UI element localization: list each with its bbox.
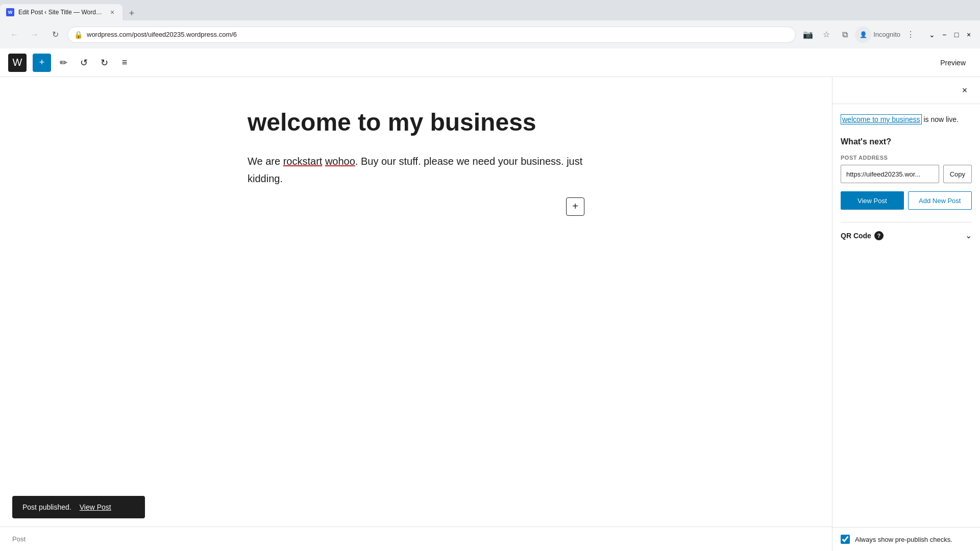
published-suffix: is now live. — [922, 115, 959, 123]
incognito-label: Incognito — [873, 31, 900, 38]
split-view-icon[interactable]: ⧉ — [837, 27, 853, 43]
undo-button[interactable]: ↺ — [76, 55, 92, 71]
panel-header: × — [832, 77, 980, 104]
qr-title: QR Code — [841, 232, 871, 240]
camera-icon[interactable]: 📷 — [800, 27, 816, 43]
tab-favicon: W — [6, 8, 14, 16]
toast-view-post-button[interactable]: View Post — [80, 503, 111, 511]
wohoo-link[interactable]: wohoo — [325, 156, 355, 167]
minimize-button[interactable]: − — [939, 30, 949, 40]
prepublish-section: Always show pre-publish checks. — [832, 527, 980, 551]
window-controls: ⌄ − □ × — [927, 30, 974, 40]
copy-button[interactable]: Copy — [943, 165, 972, 183]
editor-content: welcome to my business We are rockstart … — [227, 77, 605, 218]
active-tab[interactable]: W Edit Post ‹ Site Title — WordPress... … — [0, 4, 122, 20]
prepublish-checkbox[interactable] — [841, 535, 850, 544]
published-notice: welcome to my business is now live. — [841, 114, 972, 125]
post-address-label: POST ADDRESS — [841, 155, 972, 161]
chevron-down-icon[interactable]: ⌄ — [927, 30, 937, 40]
post-address-row: Copy — [841, 165, 972, 183]
qr-section: QR Code ? ⌄ — [841, 222, 972, 240]
toast-message: Post published. — [22, 503, 71, 511]
bookmark-icon[interactable]: ☆ — [818, 27, 835, 43]
new-tab-button[interactable]: + — [125, 6, 139, 20]
browser-toolbar: ← → ↻ 🔒 wordpress.com/post/uifeed20235.w… — [0, 20, 980, 48]
view-post-button[interactable]: View Post — [841, 191, 904, 210]
add-block-button[interactable]: + — [33, 54, 51, 72]
status-text: Post — [12, 535, 26, 543]
add-block-inline-button[interactable]: + — [566, 197, 584, 216]
browser-actions: 📷 ☆ ⧉ 👤 Incognito ⋮ — [800, 27, 919, 43]
right-panel: × welcome to my business is now live. Wh… — [832, 77, 980, 551]
address-url: wordpress.com/post/uifeed20235.wordpress… — [87, 31, 789, 38]
whats-next-heading: What's next? — [841, 137, 972, 146]
editor-main: welcome to my business We are rockstart … — [0, 77, 832, 527]
panel-actions: View Post Add New Post — [841, 191, 972, 210]
qr-info-icon: ? — [874, 231, 884, 240]
post-body: We are rockstart wohoo. Buy our stuff. p… — [248, 153, 584, 187]
post-title[interactable]: welcome to my business — [248, 108, 584, 137]
qr-title-row: QR Code ? — [841, 231, 884, 240]
panel-close-button[interactable]: × — [958, 83, 972, 97]
toolbar-right: Preview — [934, 56, 972, 70]
lock-icon: 🔒 — [74, 31, 83, 39]
body-text-1: We are — [248, 156, 283, 167]
back-button[interactable]: ← — [6, 27, 22, 43]
close-window-button[interactable]: × — [964, 30, 974, 40]
tab-close-button[interactable]: × — [108, 8, 116, 16]
panel-content: welcome to my business is now live. What… — [832, 104, 980, 251]
prepublish-label: Always show pre-publish checks. — [855, 536, 952, 543]
qr-chevron-icon: ⌄ — [965, 231, 972, 240]
toast-notification: Post published. View Post — [12, 496, 145, 518]
refresh-button[interactable]: ↻ — [47, 27, 63, 43]
published-post-link[interactable]: welcome to my business — [841, 114, 922, 124]
post-address-input[interactable] — [841, 165, 939, 183]
more-options-icon[interactable]: ⋮ — [902, 27, 919, 43]
wp-toolbar: W + ✏ ↺ ↻ ≡ Preview — [0, 48, 980, 77]
rockstart-link[interactable]: rockstart — [283, 156, 323, 167]
tab-title: Edit Post ‹ Site Title — WordPress... — [18, 9, 104, 16]
redo-button[interactable]: ↻ — [96, 55, 112, 71]
list-view-button[interactable]: ≡ — [116, 55, 133, 71]
status-bar: Post — [0, 527, 832, 551]
preview-button[interactable]: Preview — [934, 56, 972, 70]
forward-button[interactable]: → — [27, 27, 43, 43]
browser-tabs: W Edit Post ‹ Site Title — WordPress... … — [0, 0, 980, 20]
maximize-button[interactable]: □ — [951, 30, 962, 40]
add-new-post-button[interactable]: Add New Post — [908, 191, 972, 210]
tools-button[interactable]: ✏ — [55, 55, 71, 71]
wp-logo[interactable]: W — [8, 54, 27, 72]
qr-header[interactable]: QR Code ? ⌄ — [841, 231, 972, 240]
browser-chrome: W Edit Post ‹ Site Title — WordPress... … — [0, 0, 980, 48]
address-bar[interactable]: 🔒 wordpress.com/post/uifeed20235.wordpre… — [67, 27, 796, 43]
profile-icon[interactable]: 👤 — [855, 27, 871, 43]
